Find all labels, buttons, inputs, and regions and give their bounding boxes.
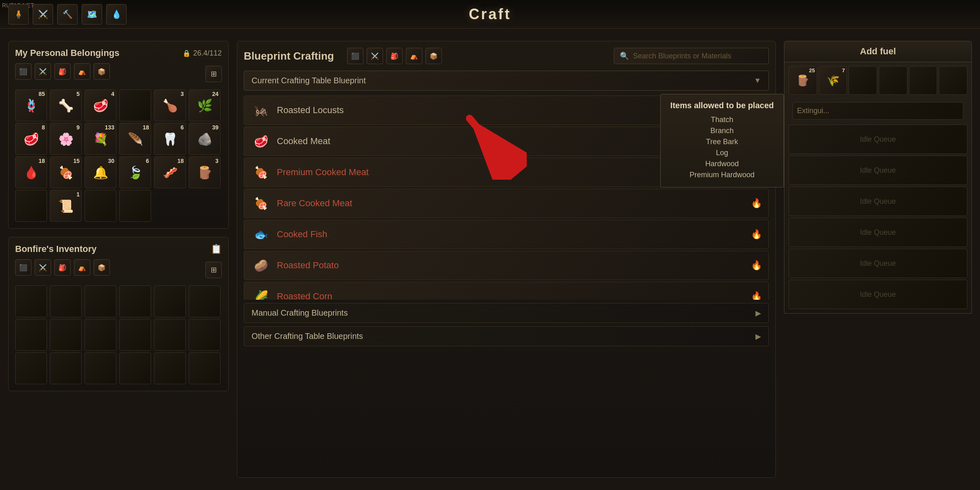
bonfires-inventory-title: Bonfire's Inventory	[15, 244, 97, 254]
inv-slot[interactable]: 6🦷	[154, 123, 186, 155]
craft-filter-weapons[interactable]: ⚔️	[367, 48, 383, 64]
search-bar[interactable]: 🔍	[614, 48, 769, 64]
list-item: Hardwood	[670, 158, 774, 169]
craft-filter-shelter[interactable]: ⛺	[406, 48, 422, 64]
extinguish-button[interactable]: Extingui...	[793, 102, 963, 120]
inv-slot[interactable]	[119, 352, 151, 384]
inv-slot[interactable]	[85, 190, 116, 222]
bonfire-filter-bags[interactable]: 🎒	[54, 259, 71, 276]
inv-slot[interactable]: 24🌿	[189, 89, 220, 121]
inv-slot[interactable]	[189, 285, 220, 317]
inv-slot[interactable]	[119, 190, 151, 222]
inv-slot[interactable]	[154, 319, 186, 351]
other-blueprints-label: Other Crafting Table Blueprints	[252, 332, 363, 341]
craft-filter-bags[interactable]: 🎒	[386, 48, 403, 64]
expand-button[interactable]: ⊞	[205, 66, 222, 82]
inv-slot[interactable]: 3🍗	[154, 89, 186, 121]
personal-belongings-title: My Personal Belongings	[15, 48, 120, 58]
inv-slot[interactable]	[50, 285, 82, 317]
map-icon[interactable]: 🗺️	[82, 4, 102, 24]
inv-slot[interactable]: 15🍖	[50, 156, 82, 188]
inv-slot[interactable]: 133💐	[85, 123, 116, 155]
inv-slot[interactable]: 5🦴	[50, 89, 82, 121]
bonfire-filter-shelter[interactable]: ⛺	[74, 259, 90, 276]
inv-slot[interactable]	[85, 319, 116, 351]
water-icon[interactable]: 💧	[106, 4, 127, 24]
recipe-roasted-potato[interactable]: 🥔 Roasted Potato 🔥	[244, 251, 769, 280]
inv-slot[interactable]: 3🪵	[189, 156, 220, 188]
inv-slot[interactable]	[189, 319, 220, 351]
inv-slot[interactable]	[189, 352, 220, 384]
bonfire-filter-misc[interactable]: 📦	[94, 259, 110, 276]
fuel-slot-3[interactable]	[849, 66, 877, 95]
recipe-rare-cooked-meat[interactable]: 🍖 Rare Cooked Meat 🔥	[244, 189, 769, 218]
inv-slot[interactable]: 39🪨	[189, 123, 220, 155]
queue-slot-3[interactable]: Idle Queue	[788, 187, 967, 216]
inv-slot[interactable]	[15, 285, 47, 317]
inv-slot[interactable]	[154, 352, 186, 384]
inv-slot[interactable]	[50, 319, 82, 351]
recipe-cooked-fish[interactable]: 🐟 Cooked Fish 🔥	[244, 220, 769, 249]
personal-belongings-weight: 🔒 26.4/112	[183, 49, 222, 58]
queue-slot-2[interactable]: Idle Queue	[788, 156, 967, 185]
inv-slot[interactable]: 4🥩	[85, 89, 116, 121]
queue-slot-text: Idle Queue	[860, 228, 896, 237]
inv-slot[interactable]: 6🍃	[119, 156, 151, 188]
inv-slot[interactable]: 30🔔	[85, 156, 116, 188]
missing-materials-icon: 🔥	[751, 198, 762, 209]
filter-all[interactable]: ⬛	[15, 63, 31, 80]
inv-slot[interactable]	[119, 89, 151, 121]
inv-slot[interactable]	[85, 352, 116, 384]
bonfire-inventory-grid	[15, 285, 222, 384]
character-icon[interactable]: 🧍	[8, 4, 29, 24]
queue-slot-6[interactable]: Idle Queue	[788, 280, 967, 309]
inv-slot[interactable]	[15, 319, 47, 351]
inv-slot[interactable]: 18🥓	[154, 156, 186, 188]
craft-filter-all[interactable]: ⬛	[347, 48, 363, 64]
other-blueprints-section[interactable]: Other Crafting Table Blueprints ▶	[244, 326, 769, 346]
craft-filter-misc[interactable]: 📦	[425, 48, 442, 64]
inv-slot[interactable]: 8🥩	[15, 123, 47, 155]
bonfire-expand-button[interactable]: ⊞	[205, 262, 222, 278]
crafting-icon[interactable]: 🔨	[57, 4, 78, 24]
filter-shelter[interactable]: ⛺	[74, 63, 90, 80]
filter-bags[interactable]: 🎒	[54, 63, 71, 80]
queue-slot-1[interactable]: Idle Queue	[788, 125, 967, 154]
inv-slot[interactable]: 1📜	[50, 190, 82, 222]
filter-misc[interactable]: 📦	[94, 63, 110, 80]
search-input[interactable]	[633, 52, 763, 60]
fuel-slot-1[interactable]: 25🪵	[788, 66, 817, 95]
weight-icon: 🔒	[183, 49, 191, 57]
inv-slot[interactable]: 18🩸	[15, 156, 47, 188]
recipe-icon: 🍖	[251, 193, 271, 214]
recipe-roasted-corn[interactable]: 🌽 Roasted Corn 🔥	[244, 282, 769, 300]
filter-weapons[interactable]: ⚔️	[35, 63, 51, 80]
inv-slot[interactable]: 9🌸	[50, 123, 82, 155]
inv-slot[interactable]	[154, 285, 186, 317]
bonfire-filter-all[interactable]: ⬛	[15, 259, 31, 276]
manual-crafting-section[interactable]: Manual Crafting Blueprints ▶	[244, 303, 769, 323]
items-allowed-panel: Items allowed to be placed Thatch Branch…	[660, 94, 784, 187]
queue-slot-text: Idle Queue	[860, 259, 896, 268]
inv-slot[interactable]	[15, 190, 47, 222]
queue-slot-5[interactable]: Idle Queue	[788, 249, 967, 278]
inv-slot[interactable]	[119, 319, 151, 351]
bonfire-filter-weapons[interactable]: ⚔️	[35, 259, 51, 276]
queue-slot-text: Idle Queue	[860, 135, 896, 144]
inv-slot[interactable]: 85🪢	[15, 89, 47, 121]
inventory-icon[interactable]: ⚔️	[33, 4, 53, 24]
inv-slot[interactable]	[85, 285, 116, 317]
inv-slot[interactable]	[15, 352, 47, 384]
queue-slot-4[interactable]: Idle Queue	[788, 218, 967, 247]
inv-slot[interactable]	[119, 285, 151, 317]
inv-slot[interactable]	[50, 352, 82, 384]
fuel-slots: 25🪵 7🌾	[784, 62, 971, 99]
fuel-slot-4[interactable]	[879, 66, 907, 95]
fuel-slot-2[interactable]: 7🌾	[819, 66, 847, 95]
blueprint-dropdown[interactable]: Current Crafting Table Blueprint ▼	[244, 71, 769, 91]
inv-slot[interactable]: 18🪶	[119, 123, 151, 155]
fuel-slot-5[interactable]	[909, 66, 938, 95]
list-item: Thatch	[670, 114, 774, 125]
recipe-icon: 🦗	[251, 100, 271, 120]
fuel-slot-6[interactable]	[939, 66, 967, 95]
